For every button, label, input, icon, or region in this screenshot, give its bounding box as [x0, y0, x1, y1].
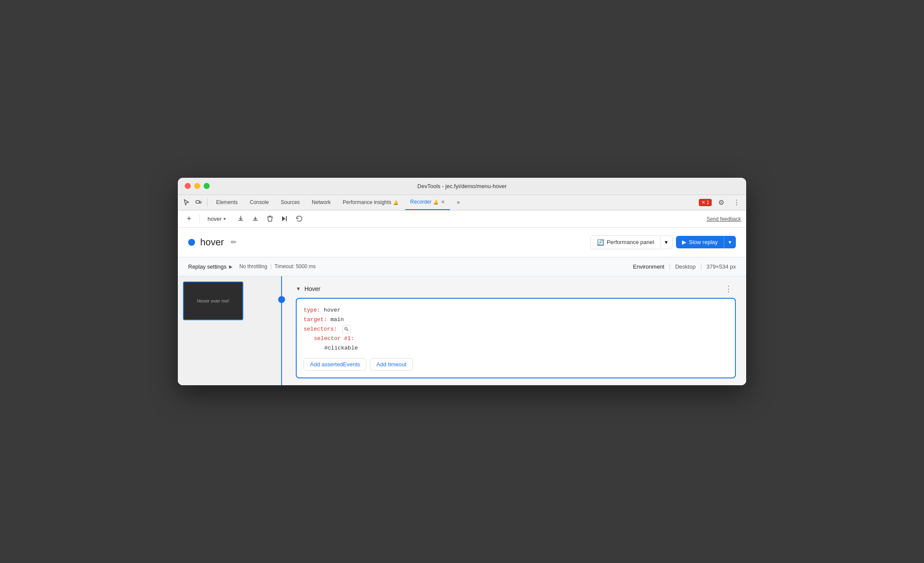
tab-console[interactable]: Console: [245, 195, 274, 210]
slow-replay-button-group: ▶ Slow replay ▾: [676, 236, 736, 248]
timeline-line: [281, 276, 282, 385]
step-header: ▼ Hover ⋮: [296, 283, 736, 294]
environment-value: Desktop: [675, 263, 696, 270]
slow-replay-dropdown-button[interactable]: ▾: [724, 236, 736, 248]
recording-actions: 🔄 Performance panel ▾ ▶ Slow replay ▾: [590, 235, 736, 249]
replay-settings-left: Replay settings ▶ No throttling Timeout:…: [188, 263, 316, 270]
settings-button[interactable]: ⚙: [715, 196, 727, 208]
tab-bar: Elements Console Sources Network Perform…: [178, 195, 746, 210]
recorder-icon: 🔔: [433, 200, 438, 204]
window-title: DevTools - jec.fyi/demo/menu-hover: [417, 183, 506, 189]
environment-section: Environment Desktop 379×534 px: [633, 263, 736, 270]
step-row: ▼ Hover ⋮ type: hover target:: [296, 283, 736, 378]
timeline-node: [278, 296, 285, 303]
error-icon: ✕: [701, 200, 705, 205]
replay-settings-toggle[interactable]: Replay settings ▶: [188, 263, 233, 270]
toolbar-actions: [235, 213, 305, 225]
throttling-info: No throttling Timeout: 5000 ms: [239, 263, 316, 269]
recording-name: hover: [200, 237, 224, 248]
steps-timeline: Hover over me!: [178, 276, 281, 385]
recorder-close-icon[interactable]: ✕: [441, 199, 445, 205]
error-badge[interactable]: ✕ 1: [699, 199, 712, 206]
replay-button[interactable]: [293, 213, 305, 225]
chevron-down-icon: ▾: [223, 216, 226, 222]
step-more-button[interactable]: ⋮: [721, 283, 736, 294]
plus-icon: +: [187, 214, 192, 223]
recorder-toolbar: + hover ▾: [178, 210, 746, 228]
code-line-type: type: hover: [304, 306, 728, 315]
export-button[interactable]: [235, 213, 247, 225]
replay-settings-bar: Replay settings ▶ No throttling Timeout:…: [178, 257, 746, 276]
step-content-wrapper: ▼ Hover ⋮ type: hover target:: [296, 283, 736, 378]
new-recording-button[interactable]: +: [183, 213, 195, 225]
replay-settings-right: Environment Desktop 379×534 px: [633, 263, 736, 270]
delete-button[interactable]: [264, 213, 276, 225]
tab-bar-right: ✕ 1 ⚙ ⋮: [699, 196, 743, 208]
devtools-window: DevTools - jec.fyi/demo/menu-hover Eleme…: [178, 178, 746, 385]
more-options-button[interactable]: ⋮: [731, 196, 743, 208]
throttle-divider: [271, 263, 271, 269]
import-button[interactable]: [249, 213, 261, 225]
step-detail-box: type: hover target: main selectors:: [296, 298, 736, 378]
gear-icon: ⚙: [718, 198, 724, 207]
step-actions: Add assertedEvents Add timeout: [304, 358, 728, 371]
recording-title-area: hover ✏: [188, 236, 238, 248]
tab-recorder[interactable]: Recorder 🔔 ✕: [405, 195, 450, 210]
chevron-down-icon: ▾: [729, 239, 732, 245]
tab-more[interactable]: »: [452, 195, 465, 210]
step-title: Hover: [304, 285, 320, 292]
env-divider2: [701, 263, 701, 269]
edit-recording-name-icon[interactable]: ✏: [229, 236, 238, 248]
code-line-selectors: selectors:: [304, 325, 728, 334]
title-bar: DevTools - jec.fyi/demo/menu-hover: [178, 178, 746, 195]
svg-rect-4: [345, 328, 347, 330]
tab-performance-insights[interactable]: Performance insights 🔔: [338, 195, 403, 210]
toolbar-left: + hover ▾: [183, 213, 305, 225]
tab-bar-left: Elements Console Sources Network Perform…: [181, 195, 465, 210]
recording-header: hover ✏ 🔄 Performance panel ▾ ▶ Slo: [178, 228, 746, 257]
recording-selector[interactable]: hover ▾: [204, 214, 229, 224]
svg-rect-0: [196, 201, 199, 203]
selector-icon-button[interactable]: [342, 325, 351, 334]
add-timeout-button[interactable]: Add timeout: [370, 358, 412, 371]
step-title-area: ▼ Hover: [296, 285, 320, 292]
svg-marker-2: [282, 216, 285, 221]
toolbar-divider: [199, 214, 200, 223]
throttling-value: No throttling: [239, 263, 267, 269]
step-collapse-button[interactable]: ▼: [296, 286, 301, 292]
environment-label: Environment: [633, 263, 664, 270]
maximize-button[interactable]: [204, 183, 210, 189]
performance-panel-icon: 🔄: [597, 239, 604, 246]
env-divider: [670, 263, 670, 269]
performance-panel-button[interactable]: 🔄 Performance panel: [590, 235, 660, 249]
steps-area: Hover over me! ▼ Hover ⋮: [178, 276, 746, 385]
play-icon: ▶: [682, 239, 686, 245]
timeout-value: Timeout: 5000 ms: [275, 263, 316, 269]
more-icon: ⋮: [733, 198, 740, 207]
device-toolbar-icon[interactable]: [193, 197, 204, 207]
main-content: hover ✏ 🔄 Performance panel ▾ ▶ Slo: [178, 228, 746, 385]
performance-panel-group: 🔄 Performance panel ▾: [590, 235, 673, 249]
tab-elements[interactable]: Elements: [211, 195, 243, 210]
tab-network[interactable]: Network: [307, 195, 336, 210]
minimize-button[interactable]: [194, 183, 200, 189]
close-button[interactable]: [185, 183, 191, 189]
recording-status-dot: [188, 239, 195, 246]
toolbar-right: Send feedback: [707, 215, 741, 223]
add-asserted-events-button[interactable]: Add assertedEvents: [304, 358, 366, 371]
code-line-selector1-value: #clickable: [324, 343, 728, 353]
step-content-area: ▼ Hover ⋮ type: hover target:: [282, 276, 746, 385]
replay-settings-chevron-icon: ▶: [229, 264, 233, 269]
slow-replay-main-button[interactable]: ▶ Slow replay: [676, 236, 724, 248]
code-line-target: target: main: [304, 315, 728, 325]
traffic-lights: [185, 183, 210, 189]
tab-sources[interactable]: Sources: [276, 195, 305, 210]
step-thumbnail[interactable]: Hover over me!: [183, 282, 243, 320]
cursor-icon[interactable]: [181, 197, 192, 207]
svg-rect-1: [199, 201, 201, 203]
code-line-selector1: selector #1:: [314, 334, 728, 343]
send-feedback-link[interactable]: Send feedback: [707, 216, 741, 222]
step-replay-button[interactable]: [279, 213, 291, 225]
tab-divider: [207, 198, 208, 207]
performance-panel-dropdown-button[interactable]: ▾: [660, 235, 673, 249]
